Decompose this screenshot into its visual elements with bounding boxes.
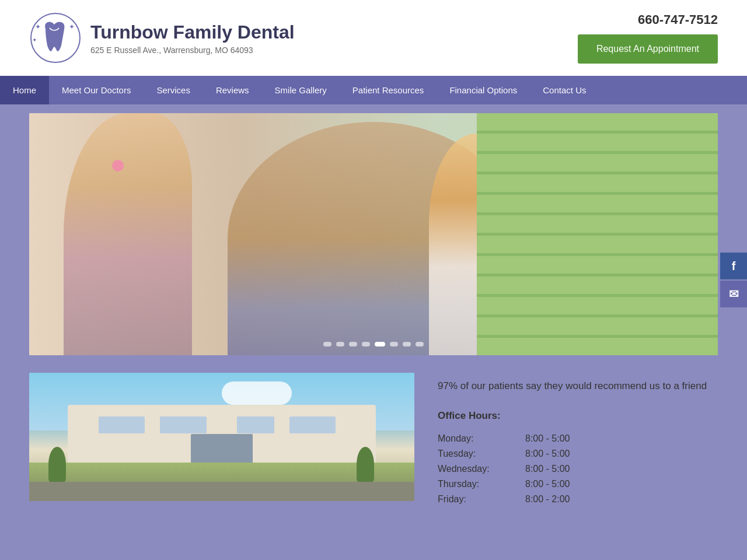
building xyxy=(68,405,376,463)
dot-1[interactable] xyxy=(323,342,331,346)
dot-3[interactable] xyxy=(349,342,357,346)
dot-4[interactable] xyxy=(362,342,370,346)
hours-day-thursday: Thursday: xyxy=(438,477,514,492)
info-panel: 97% of our patients say they would recom… xyxy=(438,373,718,507)
dot-7[interactable] xyxy=(403,342,411,346)
svg-text:✦: ✦ xyxy=(69,23,75,31)
hours-row-monday: Monday: 8:00 - 5:00 xyxy=(438,431,570,446)
site-address: 625 E Russell Ave., Warrensburg, MO 6409… xyxy=(90,46,295,55)
hours-row-tuesday: Tuesday: 8:00 - 5:00 xyxy=(438,446,570,461)
logo-area: ✦ ✦ ✦ Turnbow Family Dental 625 E Russel… xyxy=(29,12,295,64)
hours-time-thursday: 8:00 - 5:00 xyxy=(514,477,570,492)
nav-item-doctors[interactable]: Meet Our Doctors xyxy=(49,76,144,104)
svg-text:✦: ✦ xyxy=(32,37,37,43)
hours-row-thursday: Thursday: 8:00 - 5:00 xyxy=(438,477,570,492)
header-right: 660-747-7512 Request An Appointment xyxy=(578,12,718,64)
figure-right xyxy=(429,134,546,355)
hours-time-wednesday: 8:00 - 5:00 xyxy=(514,461,570,477)
hours-time-monday: 8:00 - 5:00 xyxy=(514,431,570,446)
header: ✦ ✦ ✦ Turnbow Family Dental 625 E Russel… xyxy=(0,0,747,76)
dot-5[interactable] xyxy=(375,342,385,346)
appointment-button[interactable]: Request An Appointment xyxy=(578,34,718,64)
office-hours-title: Office Hours: xyxy=(438,410,718,422)
hours-row-friday: Friday: 8:00 - 2:00 xyxy=(438,492,570,507)
site-name: Turnbow Family Dental xyxy=(90,22,295,43)
dot-6[interactable] xyxy=(390,342,398,346)
main-nav: Home Meet Our Doctors Services Reviews S… xyxy=(0,76,747,104)
phone-number: 660-747-7512 xyxy=(638,12,718,27)
hours-day-friday: Friday: xyxy=(438,492,514,507)
ribbon-right xyxy=(501,148,511,159)
ribbon-left xyxy=(112,160,124,172)
nav-item-services[interactable]: Services xyxy=(144,76,203,104)
hours-day-monday: Monday: xyxy=(438,431,514,446)
hours-day-wednesday: Wednesday: xyxy=(438,461,514,477)
nav-item-gallery[interactable]: Smile Gallery xyxy=(262,76,340,104)
hours-time-tuesday: 8:00 - 5:00 xyxy=(514,446,570,461)
main-content: 97% of our patients say they would recom… xyxy=(29,373,718,530)
dot-8[interactable] xyxy=(416,342,424,346)
parking xyxy=(29,482,414,501)
slider-dots xyxy=(323,342,424,346)
testimonial-text: 97% of our patients say they would recom… xyxy=(438,379,718,394)
nav-item-contact[interactable]: Contact Us xyxy=(530,76,599,104)
hours-time-friday: 8:00 - 2:00 xyxy=(514,492,570,507)
nav-item-financial[interactable]: Financial Options xyxy=(437,76,530,104)
dot-2[interactable] xyxy=(336,342,344,346)
email-button[interactable]: ✉ xyxy=(720,281,747,307)
email-icon: ✉ xyxy=(729,287,739,301)
office-image xyxy=(29,373,414,501)
clouds xyxy=(222,382,292,405)
figure-left xyxy=(64,113,192,355)
hours-row-wednesday: Wednesday: 8:00 - 5:00 xyxy=(438,461,570,477)
nav-item-reviews[interactable]: Reviews xyxy=(203,76,262,104)
svg-text:✦: ✦ xyxy=(35,23,41,31)
facebook-button[interactable]: f xyxy=(720,253,747,279)
logo-text: Turnbow Family Dental 625 E Russell Ave.… xyxy=(90,22,295,55)
hours-day-tuesday: Tuesday: xyxy=(438,446,514,461)
nav-item-patient-resources[interactable]: Patient Resources xyxy=(340,76,437,104)
nav-item-home[interactable]: Home xyxy=(0,76,49,104)
logo-icon: ✦ ✦ ✦ xyxy=(29,12,82,64)
hours-table: Monday: 8:00 - 5:00 Tuesday: 8:00 - 5:00… xyxy=(438,431,570,507)
social-sidebar: f ✉ xyxy=(720,253,747,307)
hero-image xyxy=(29,113,718,355)
hero-slider xyxy=(29,113,718,355)
facebook-icon: f xyxy=(732,260,736,273)
